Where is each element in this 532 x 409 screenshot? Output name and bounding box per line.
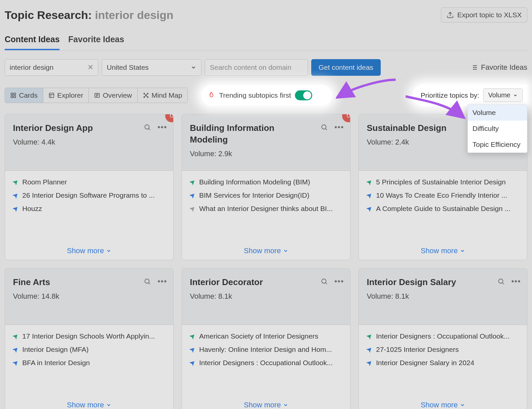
card-item-text: Interior Designers : Occupational Outloo… [376, 332, 510, 340]
card-items: Interior Designers : Occupational Outloo… [359, 325, 527, 396]
search-icon[interactable] [144, 124, 151, 131]
card-title[interactable]: Interior Design Salary [367, 276, 456, 288]
card-item-text: Interior Design (MFA) [22, 346, 89, 354]
cards-icon [10, 92, 16, 98]
megaphone-icon [189, 192, 195, 199]
card-item-text: 27-1025 Interior Designers [376, 346, 459, 354]
card-title[interactable]: Interior Design App [13, 122, 93, 134]
svg-point-35 [322, 279, 326, 283]
main-tabs: Content Ideas Favorite Ideas [5, 35, 527, 51]
card-item[interactable]: Room Planner [12, 178, 167, 186]
search-icon[interactable] [144, 278, 151, 285]
keyword-input[interactable]: interior design ✕ [5, 59, 98, 76]
get-content-ideas-button[interactable]: Get content ideas [311, 59, 381, 76]
card-title[interactable]: Sustainable Design [367, 122, 447, 134]
card-item-text: A Complete Guide to Sustainable Design .… [376, 205, 510, 213]
megaphone-icon [12, 346, 18, 353]
prioritize-selected: Volume [488, 91, 510, 99]
megaphone-icon [365, 333, 372, 340]
card-item[interactable]: 26 Interior Design Software Programs to … [12, 191, 167, 199]
card-volume: Volume:8.1k [367, 292, 519, 301]
card-item-text: Interior Designer Salary in 2024 [376, 359, 474, 367]
show-more-link[interactable]: Show more [182, 396, 350, 409]
card-item[interactable]: Houzz [12, 205, 167, 213]
megaphone-icon [189, 179, 195, 185]
dropdown-item-difficulty[interactable]: Difficulty [468, 121, 527, 137]
card-item[interactable]: Interior Designers : Occupational Outloo… [365, 332, 520, 340]
more-icon[interactable]: ••• [334, 277, 344, 286]
card-title[interactable]: Interior Decorator [190, 276, 263, 288]
svg-point-29 [322, 125, 326, 129]
view-mindmap[interactable]: Mind Map [138, 88, 188, 103]
topic-card: Interior Design App ••• Volume:4.4k Room… [5, 114, 174, 260]
card-item[interactable]: 17 Interior Design Schools Worth Applyin… [12, 332, 167, 340]
svg-point-22 [147, 96, 148, 97]
chevron-down-icon [513, 93, 518, 98]
tab-favorite-ideas[interactable]: Favorite Ideas [68, 35, 124, 50]
svg-point-19 [144, 93, 145, 94]
card-header: Interior Design App ••• Volume:4.4k [5, 114, 173, 171]
card-item[interactable]: Havenly: Online Interior Design and Hom.… [189, 346, 343, 354]
more-icon[interactable]: ••• [158, 123, 167, 132]
card-item[interactable]: American Society of Interior Designers [189, 332, 343, 340]
megaphone-icon [12, 179, 18, 185]
megaphone-icon [12, 192, 18, 199]
cards-grid: Interior Design App ••• Volume:4.4k Room… [5, 114, 527, 409]
more-icon[interactable]: ••• [158, 277, 167, 286]
card-title[interactable]: Fine Arts [13, 276, 50, 288]
prioritize-select[interactable]: Volume [483, 88, 523, 102]
view-overview[interactable]: Overview [89, 88, 138, 103]
view-overview-label: Overview [103, 91, 132, 99]
domain-placeholder: Search content on domain [210, 63, 291, 71]
view-cards[interactable]: Cards [5, 88, 43, 103]
trending-toggle[interactable] [295, 90, 312, 100]
card-title[interactable]: Building Information Modeling [190, 122, 313, 146]
dropdown-item-topic-efficiency[interactable]: Topic Efficiency [468, 137, 527, 153]
card-item[interactable]: What an Interior Designer thinks about B… [189, 205, 343, 213]
card-items: American Society of Interior Designers H… [182, 325, 350, 396]
country-value: United States [107, 63, 149, 71]
svg-point-33 [145, 279, 149, 283]
megaphone-icon [365, 192, 372, 199]
topic-card: Building Information Modeling ••• Volume… [182, 114, 350, 260]
view-explorer[interactable]: Explorer [43, 88, 89, 103]
megaphone-icon [12, 205, 18, 212]
tab-content-ideas[interactable]: Content Ideas [5, 35, 60, 50]
card-item[interactable]: Interior Designer Salary in 2024 [365, 359, 520, 367]
megaphone-icon [365, 205, 372, 212]
show-more-link[interactable]: Show more [5, 396, 173, 409]
card-item[interactable]: BIM Services for Interior Design(ID) [189, 191, 343, 199]
card-item-text: American Society of Interior Designers [199, 332, 318, 340]
search-icon[interactable] [321, 124, 328, 131]
card-header: Fine Arts ••• Volume:14.8k [5, 268, 173, 325]
export-button[interactable]: Export topic to XLSX [441, 7, 527, 23]
clear-icon[interactable]: ✕ [87, 63, 93, 72]
favorite-ideas-link[interactable]: Favorite Ideas [470, 63, 527, 72]
country-select[interactable]: United States [102, 59, 201, 76]
show-more-link[interactable]: Show more [5, 242, 173, 260]
card-item[interactable]: BFA in Interior Design [12, 359, 167, 367]
export-label: Export topic to XLSX [457, 11, 522, 19]
card-item-text: Room Planner [22, 178, 67, 186]
card-item[interactable]: 5 Principles of Sustainable Interior Des… [365, 178, 520, 186]
svg-line-38 [502, 283, 504, 284]
card-item[interactable]: Interior Design (MFA) [12, 346, 167, 354]
card-item[interactable]: A Complete Guide to Sustainable Design .… [365, 205, 520, 213]
show-more-link[interactable]: Show more [359, 242, 527, 260]
more-icon[interactable]: ••• [334, 123, 344, 132]
card-item[interactable]: 27-1025 Interior Designers [365, 346, 520, 354]
dropdown-item-volume[interactable]: Volume [468, 105, 527, 121]
search-icon[interactable] [497, 278, 505, 285]
card-volume: Volume:4.4k [13, 138, 165, 147]
svg-line-23 [145, 94, 145, 95]
show-more-link[interactable]: Show more [359, 396, 527, 409]
show-more-link[interactable]: Show more [182, 242, 350, 260]
megaphone-icon [189, 346, 195, 353]
search-icon[interactable] [321, 278, 328, 285]
card-item[interactable]: Building Information Modeling (BIM) [189, 178, 343, 186]
card-item[interactable]: 10 Ways To Create Eco Friendly Interior … [365, 191, 520, 199]
more-icon[interactable]: ••• [511, 277, 521, 286]
svg-line-34 [149, 283, 150, 284]
domain-search-input[interactable]: Search content on domain [205, 59, 308, 76]
card-item[interactable]: Interior Designers : Occupational Outloo… [189, 359, 343, 367]
